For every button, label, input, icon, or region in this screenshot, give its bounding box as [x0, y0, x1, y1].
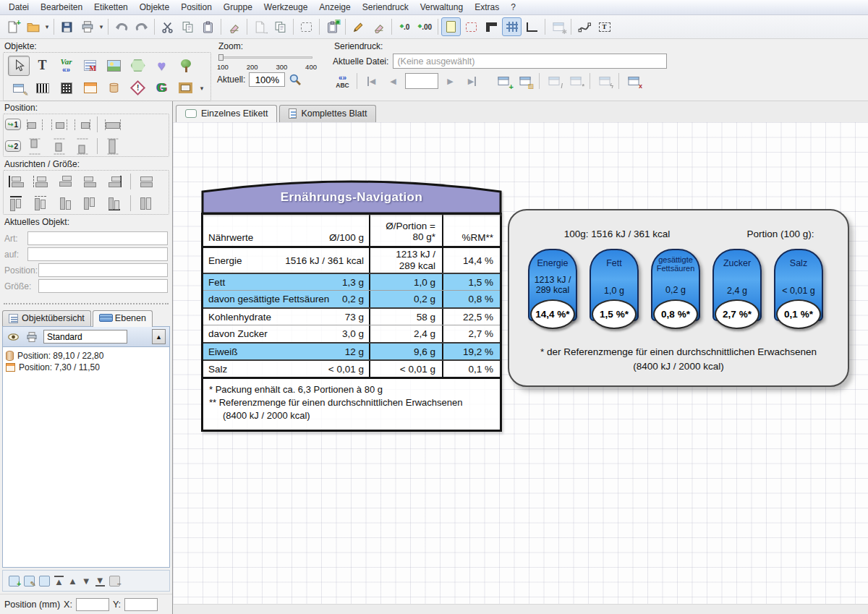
hazard-symbol-tool-button[interactable]: ! — [127, 78, 149, 98]
print-button[interactable] — [77, 17, 97, 36]
cut-button[interactable] — [158, 17, 177, 36]
list-item[interactable]: Position: 89,10 / 22,80 — [6, 351, 166, 361]
menu-gruppe[interactable]: Gruppe — [218, 1, 258, 14]
position-preset-2-button[interactable]: ↪2 — [5, 140, 21, 152]
frame-tool-button[interactable] — [175, 78, 197, 98]
delete-button[interactable] — [224, 17, 244, 36]
y-coordinate-input[interactable] — [124, 598, 158, 611]
align-lefts-button[interactable] — [9, 176, 23, 187]
selection-frame-button[interactable] — [297, 17, 316, 36]
variable-text-tool-button[interactable]: Var«» — [56, 56, 77, 76]
menu-bearbeiten[interactable]: Bearbeiten — [35, 1, 88, 14]
align-middle-h-button[interactable] — [58, 176, 72, 187]
menu-help[interactable]: ? — [505, 1, 522, 14]
move-down-button[interactable]: ▼ — [82, 576, 91, 586]
redo-button[interactable] — [132, 17, 151, 36]
text-tool-button[interactable]: T — [32, 56, 54, 76]
edit-layer-button[interactable]: ✎ — [24, 576, 35, 587]
edit-note-button[interactable] — [349, 17, 368, 36]
polygon-tool-button[interactable] — [127, 56, 149, 76]
frame-dropdown[interactable]: ▾ — [198, 85, 205, 92]
zoom-fit-icon[interactable] — [289, 73, 302, 86]
menu-datei[interactable]: Datei — [3, 1, 35, 14]
zoom-slider[interactable] — [218, 54, 312, 60]
refresh-datasource-button[interactable]: ϟ — [595, 72, 614, 90]
select-tool-button[interactable] — [8, 56, 30, 76]
decimal-two-button[interactable]: ◆.00 — [415, 17, 435, 36]
open-button[interactable] — [23, 17, 43, 36]
align-center-h-button[interactable] — [51, 119, 67, 130]
auf-input[interactable] — [27, 247, 168, 261]
layer-scroll-up-button[interactable]: ▲ — [152, 329, 166, 344]
layer-visibility-eye-icon[interactable] — [7, 331, 20, 343]
print-dropdown[interactable]: ▾ — [98, 23, 105, 30]
zoom-slider-thumb[interactable] — [218, 54, 224, 61]
disconnect-datasource-button[interactable]: x — [624, 72, 643, 90]
align-rights-button[interactable] — [107, 176, 122, 187]
send-to-back-button[interactable]: ▼ — [95, 576, 105, 587]
x-coordinate-input[interactable] — [76, 598, 109, 611]
new-document-button[interactable]: + — [3, 17, 22, 36]
text-frame-button[interactable]: T — [595, 17, 614, 36]
align-tops-button[interactable] — [10, 196, 22, 210]
align-bottoms-button[interactable] — [109, 196, 120, 210]
same-width-button[interactable] — [139, 176, 153, 187]
move-object-button[interactable]: → — [250, 17, 270, 36]
tab-objektuebersicht[interactable]: Objektübersicht — [2, 310, 91, 326]
aktuelle-datei-input[interactable] — [393, 54, 667, 69]
duplicate-button[interactable] — [271, 17, 290, 36]
mailmerge-fields-button[interactable]: «»ABC — [333, 72, 352, 90]
image-tool-button[interactable] — [103, 56, 125, 76]
align-mirror-h-button[interactable] — [82, 176, 97, 187]
art-input[interactable] — [27, 231, 168, 245]
save-button[interactable] — [57, 17, 77, 36]
tab-ebenen[interactable]: Ebenen — [93, 310, 153, 327]
align-mirror-v-button[interactable] — [84, 196, 95, 210]
shape-tool-button[interactable] — [103, 78, 125, 98]
design-canvas[interactable]: Ernährungs-Navigation NährwerteØ/100 g Ø… — [173, 122, 868, 604]
next-record-button[interactable]: ▶ — [441, 72, 460, 90]
move-up-button[interactable]: ▲ — [68, 576, 77, 586]
ruler-button[interactable] — [482, 17, 501, 36]
form-edit-tool-button[interactable]: ✎ — [8, 78, 30, 98]
axes-button[interactable] — [522, 17, 542, 36]
tab-einzelnes-etikett[interactable]: Einzelnes Etikett — [176, 105, 277, 122]
open-dropdown[interactable]: ▾ — [43, 23, 51, 30]
last-record-button[interactable]: ▶ — [462, 72, 482, 90]
heart-shape-tool-button[interactable]: ♥ — [151, 56, 173, 76]
groesse-input[interactable] — [38, 279, 168, 293]
first-record-button[interactable]: ◀ — [362, 72, 381, 90]
layer-name-input[interactable] — [43, 330, 127, 344]
menu-position[interactable]: Position — [175, 1, 218, 14]
edit-datasource-button[interactable]: / — [544, 72, 563, 90]
show-margins-button[interactable] — [461, 17, 481, 36]
align-centers-h-button[interactable] — [33, 176, 48, 187]
special-print-button[interactable]: ✱ — [548, 17, 568, 36]
menu-werkzeuge[interactable]: Werkzeuge — [258, 1, 313, 14]
layer-print-icon[interactable] — [25, 331, 38, 343]
menu-extras[interactable]: Extras — [469, 1, 505, 14]
add-layer-button[interactable]: + — [9, 576, 20, 587]
align-right-edge-button[interactable] — [75, 119, 90, 130]
ghs-symbol-tool-button[interactable]: G — [151, 78, 173, 98]
record-number-input[interactable] — [405, 73, 438, 89]
zoom-value-input[interactable] — [249, 72, 285, 87]
menu-anzeige[interactable]: Anzeige — [313, 1, 356, 14]
decimal-one-button[interactable]: ◆.0 — [395, 17, 414, 36]
text-block-tool-button[interactable]: M — [80, 56, 101, 76]
nutrition-table-object[interactable]: Ernährungs-Navigation NährwerteØ/100 g Ø… — [201, 171, 502, 432]
comment-button[interactable] — [369, 17, 388, 36]
same-height-button[interactable] — [140, 196, 152, 210]
list-item[interactable]: Position: 7,30 / 11,50 — [6, 362, 166, 372]
datasource-settings-button[interactable]: * — [566, 72, 585, 90]
menu-etiketten[interactable]: Etiketten — [88, 1, 134, 14]
barcode-tool-button[interactable] — [32, 78, 54, 98]
show-label-bounds-button[interactable] — [441, 17, 461, 36]
copy-button[interactable] — [178, 17, 197, 36]
align-centers-v-button[interactable] — [35, 196, 46, 210]
open-datasource-button[interactable]: ▨ — [515, 72, 535, 90]
stretch-v-button[interactable] — [108, 138, 119, 154]
menu-verwaltung[interactable]: Verwaltung — [414, 1, 469, 14]
qrcode-tool-button[interactable] — [56, 78, 77, 98]
gda-panel-object[interactable]: 100g: 1516 kJ / 361 kcal Portion (100 g)… — [508, 209, 849, 387]
